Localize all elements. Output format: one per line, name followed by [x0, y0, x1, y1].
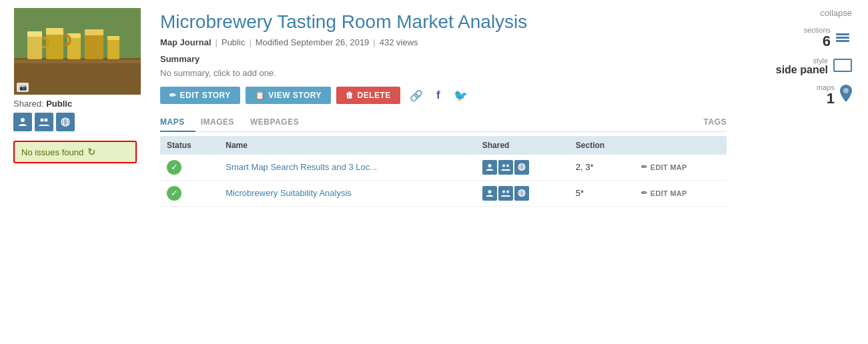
story-views: 432 views: [380, 37, 418, 47]
svg-point-13: [21, 118, 25, 122]
refresh-icon[interactable]: ↻: [87, 146, 96, 158]
story-visibility: Public: [222, 37, 245, 47]
row-status: ✓: [160, 155, 219, 181]
maps-stat: maps 1: [817, 83, 852, 106]
edit-map-button[interactable]: ✏EDIT MAP: [641, 189, 720, 197]
svg-rect-6: [46, 28, 63, 35]
col-status: Status: [160, 136, 219, 155]
svg-rect-4: [27, 31, 42, 37]
maps-table: Status Name Shared Section ✓Smart Map Se…: [160, 136, 727, 207]
row-globe-icon: [514, 186, 529, 201]
row-person-icon: [482, 160, 497, 175]
no-issues-text: No issues found: [21, 147, 83, 157]
tab-maps[interactable]: MAPS: [160, 113, 195, 132]
style-icon: [833, 59, 852, 74]
share-group-icon[interactable]: [35, 113, 53, 131]
tab-images[interactable]: IMAGES: [201, 113, 245, 131]
maps-value: 1: [817, 91, 835, 106]
row-share-icons: [482, 160, 562, 175]
share-icons-row: [13, 113, 75, 131]
row-group-icon: [498, 186, 513, 201]
svg-point-22: [502, 165, 505, 167]
share-globe-icon[interactable]: [56, 113, 75, 131]
delete-button[interactable]: 🗑 DELETE: [336, 87, 400, 104]
delete-trash-icon: 🗑: [346, 91, 354, 100]
row-name: Microbrewery Suitability Analysis: [219, 180, 475, 206]
svg-rect-2: [14, 60, 141, 63]
story-title: Microbrewery Tasting Room Market Analysi…: [160, 11, 727, 33]
meta-row: Map Journal | Public | Modified Septembe…: [160, 37, 727, 47]
view-calendar-icon: 📋: [255, 91, 266, 100]
svg-rect-12: [107, 36, 119, 40]
svg-point-29: [488, 190, 491, 193]
tab-webpages[interactable]: WEBPAGES: [250, 113, 310, 131]
left-panel: 📷 Shared: Public: [11, 8, 144, 207]
view-story-button[interactable]: 📋 VIEW STORY: [246, 87, 331, 104]
svg-point-14: [41, 119, 44, 122]
collapse-link[interactable]: collapse: [820, 8, 852, 18]
status-check-icon: ✓: [167, 186, 181, 201]
row-name: Smart Map Search Results and 3 Loc...: [219, 155, 475, 181]
no-issues-box: No issues found ↻: [13, 141, 137, 163]
svg-point-23: [506, 165, 509, 167]
map-name-link[interactable]: Smart Map Search Results and 3 Loc...: [226, 162, 377, 172]
edit-map-pencil-icon: ✏: [641, 189, 647, 197]
row-section: 2, 3*: [569, 155, 635, 181]
edit-map-pencil-icon: ✏: [641, 163, 647, 171]
story-type: Map Journal: [160, 37, 211, 47]
row-shared: [476, 155, 569, 181]
svg-point-31: [506, 191, 509, 193]
col-section: Section: [569, 136, 635, 155]
row-shared: [476, 180, 569, 206]
status-check-icon: ✓: [167, 160, 181, 175]
style-value: side panel: [776, 65, 828, 75]
shared-label: Shared: Public: [13, 99, 72, 109]
story-thumbnail: 📷: [14, 8, 141, 95]
facebook-icon[interactable]: f: [432, 86, 444, 105]
edit-map-button[interactable]: ✏EDIT MAP: [641, 163, 720, 171]
camera-icon[interactable]: 📷: [17, 83, 29, 92]
svg-point-37: [843, 88, 849, 93]
tabs-row: MAPS IMAGES WEBPAGES TAGS: [160, 113, 727, 132]
svg-rect-10: [85, 29, 103, 35]
col-actions: [634, 136, 727, 155]
row-edit: ✏EDIT MAP: [634, 180, 727, 206]
sections-icon: [836, 33, 849, 42]
row-share-icons: [482, 186, 562, 201]
link-icon[interactable]: 🔗: [406, 87, 427, 105]
row-person-icon: [482, 186, 497, 201]
map-name-link[interactable]: Microbrewery Suitability Analysis: [226, 188, 352, 198]
main-content: Microbrewery Tasting Room Market Analysi…: [155, 8, 727, 207]
edit-pencil-icon: ✏: [169, 91, 177, 100]
summary-text: No summary, click to add one.: [160, 68, 727, 78]
table-row: ✓Microbrewery Suitability Analysis: [160, 180, 727, 206]
sections-value: 6: [804, 34, 831, 49]
style-stat: style side panel: [776, 57, 852, 75]
right-panel: collapse sections 6 style side panel: [737, 8, 857, 207]
summary-label: Summary: [160, 54, 727, 64]
edit-story-button[interactable]: ✏ EDIT STORY: [160, 87, 240, 104]
actions-row: ✏ EDIT STORY 📋 VIEW STORY 🗑 DELETE 🔗 f 🐦: [160, 86, 727, 105]
row-group-icon: [498, 160, 513, 175]
row-status: ✓: [160, 180, 219, 206]
svg-rect-1: [14, 58, 141, 95]
row-edit: ✏EDIT MAP: [634, 155, 727, 181]
row-globe-icon: [514, 160, 529, 175]
map-pin-icon: [840, 85, 852, 105]
svg-point-21: [488, 164, 491, 167]
col-shared: Shared: [476, 136, 569, 155]
share-person-icon[interactable]: [13, 113, 32, 131]
table-row: ✓Smart Map Search Results and 3 Loc...: [160, 155, 727, 181]
col-name: Name: [219, 136, 475, 155]
sections-stat: sections 6: [804, 26, 852, 49]
svg-point-30: [502, 191, 505, 193]
story-modified: Modified September 26, 2019: [256, 37, 370, 47]
tab-tags[interactable]: TAGS: [704, 117, 727, 127]
svg-point-15: [45, 119, 48, 122]
row-section: 5*: [569, 180, 635, 206]
twitter-icon[interactable]: 🐦: [450, 86, 472, 105]
